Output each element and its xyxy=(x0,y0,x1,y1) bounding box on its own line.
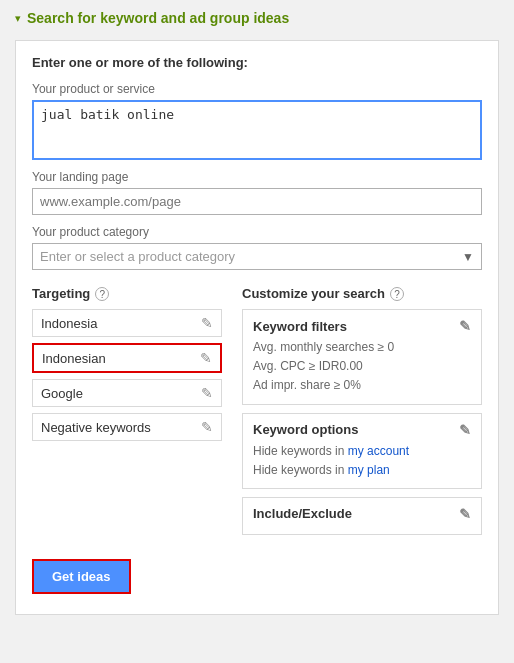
landing-label: Your landing page xyxy=(32,170,482,184)
keyword-filters-line1: Avg. monthly searches ≥ 0 xyxy=(253,338,471,357)
include-exclude-edit-icon[interactable]: ✎ xyxy=(459,506,471,522)
category-select-wrapper: Enter or select a product category ▼ xyxy=(32,243,482,270)
targeting-item-indonesian[interactable]: Indonesian ✎ xyxy=(32,343,222,373)
product-service-input[interactable]: jual batik online xyxy=(32,100,482,160)
main-form-box: Enter one or more of the following: Your… xyxy=(15,40,499,615)
keyword-options-title: Keyword options ✎ xyxy=(253,422,471,438)
get-ideas-button[interactable]: Get ideas xyxy=(32,559,131,594)
include-exclude-title: Include/Exclude ✎ xyxy=(253,506,471,522)
keyword-filters-edit-icon[interactable]: ✎ xyxy=(459,318,471,334)
keyword-filters-line2: Avg. CPC ≥ IDR0.00 xyxy=(253,357,471,376)
include-exclude-label: Include/Exclude xyxy=(253,506,352,521)
landing-page-input[interactable] xyxy=(32,188,482,215)
section-title: Search for keyword and ad group ideas xyxy=(27,10,289,26)
landing-page-group: Your landing page xyxy=(32,170,482,215)
customize-title: Customize your search ? xyxy=(242,286,482,301)
customize-column: Customize your search ? Keyword filters … xyxy=(242,286,482,543)
section-header[interactable]: ▾ Search for keyword and ad group ideas xyxy=(15,10,499,26)
keyword-filters-label: Keyword filters xyxy=(253,319,347,334)
targeting-help-icon[interactable]: ? xyxy=(95,287,109,301)
product-label: Your product or service xyxy=(32,82,482,96)
form-instruction: Enter one or more of the following: xyxy=(32,55,482,70)
edit-icon[interactable]: ✎ xyxy=(201,419,213,435)
collapse-arrow-icon: ▾ xyxy=(15,12,21,25)
targeting-item-label: Indonesia xyxy=(41,316,97,331)
keyword-options-card: Keyword options ✎ Hide keywords in my ac… xyxy=(242,413,482,489)
edit-icon[interactable]: ✎ xyxy=(201,315,213,331)
include-exclude-card: Include/Exclude ✎ xyxy=(242,497,482,535)
keyword-filters-line3: Ad impr. share ≥ 0% xyxy=(253,376,471,395)
targeting-column: Targeting ? Indonesia ✎ Indonesian ✎ Goo… xyxy=(32,286,222,543)
keyword-filters-title: Keyword filters ✎ xyxy=(253,318,471,334)
product-category-group: Your product category Enter or select a … xyxy=(32,225,482,270)
edit-icon[interactable]: ✎ xyxy=(200,350,212,366)
product-service-group: Your product or service jual batik onlin… xyxy=(32,82,482,160)
targeting-item-label: Negative keywords xyxy=(41,420,151,435)
targeting-item-label: Google xyxy=(41,386,83,401)
keyword-options-label: Keyword options xyxy=(253,422,358,437)
category-label: Your product category xyxy=(32,225,482,239)
keyword-options-edit-icon[interactable]: ✎ xyxy=(459,422,471,438)
customize-title-text: Customize your search xyxy=(242,286,385,301)
targeting-title: Targeting ? xyxy=(32,286,222,301)
keyword-options-line2: Hide keywords in my plan xyxy=(253,461,471,480)
targeting-item-google[interactable]: Google ✎ xyxy=(32,379,222,407)
my-plan-link[interactable]: my plan xyxy=(348,463,390,477)
two-col-layout: Targeting ? Indonesia ✎ Indonesian ✎ Goo… xyxy=(32,286,482,543)
customize-help-icon[interactable]: ? xyxy=(390,287,404,301)
targeting-item-indonesia[interactable]: Indonesia ✎ xyxy=(32,309,222,337)
category-select[interactable]: Enter or select a product category xyxy=(32,243,482,270)
targeting-title-text: Targeting xyxy=(32,286,90,301)
targeting-item-negative-keywords[interactable]: Negative keywords ✎ xyxy=(32,413,222,441)
my-account-link[interactable]: my account xyxy=(348,444,409,458)
targeting-item-label: Indonesian xyxy=(42,351,106,366)
keyword-filters-card: Keyword filters ✎ Avg. monthly searches … xyxy=(242,309,482,405)
edit-icon[interactable]: ✎ xyxy=(201,385,213,401)
keyword-options-line1: Hide keywords in my account xyxy=(253,442,471,461)
